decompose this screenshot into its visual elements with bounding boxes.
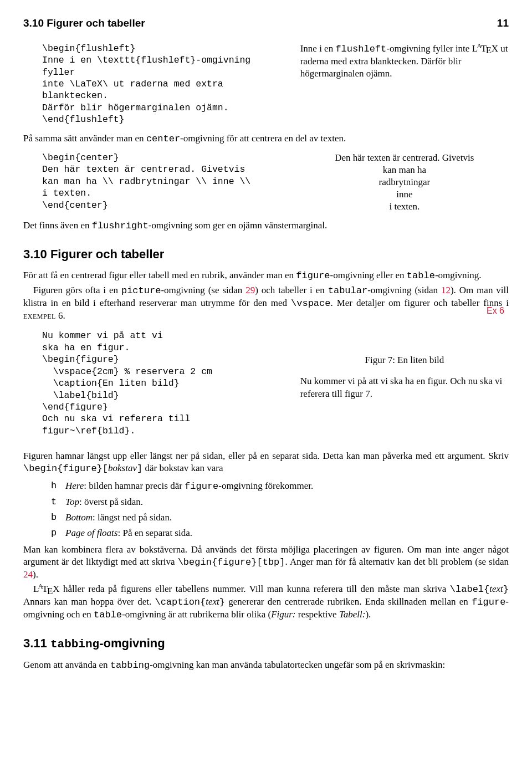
tt-text: \caption{ [155, 597, 206, 607]
italic-text: Here [65, 480, 84, 491]
italic-text: Page of floats [65, 528, 117, 538]
text: 6. [56, 310, 65, 321]
tt-text: table [94, 610, 122, 620]
code-block: Nu kommer vi på att vi ska ha en figur. … [42, 330, 288, 437]
text: där bokstav kan vara [142, 463, 223, 473]
tt-text: ] [137, 463, 142, 474]
smallcaps-text: exempel [23, 310, 56, 321]
section-heading-3-11: 3.11 tabbing-omgivning [23, 636, 509, 652]
tt-text: table [407, 270, 435, 281]
tt-text: figure [472, 597, 505, 607]
text: -omgivning förekommer. [218, 480, 313, 491]
text: -omgivning (sidan [367, 285, 441, 295]
text: -omgivning. [435, 270, 482, 280]
text: inne [300, 188, 509, 201]
list-item-b: b Bottom: längst ned på sidan. [51, 512, 509, 524]
italic-text: bokstav [108, 463, 137, 473]
italic-text: Bottom [65, 512, 93, 523]
tt-text: center [146, 134, 180, 144]
text: -omgivning [99, 636, 165, 650]
latex-logo: LATEX [472, 43, 498, 54]
tt-text: flushright [92, 221, 149, 231]
tt-text: picture [121, 285, 161, 296]
paragraph: Figuren görs ofta i en picture-omgivning… [23, 284, 509, 322]
text: Annars kan man hoppa över det. [23, 596, 155, 607]
list-value: Top: överst på sidan. [65, 496, 509, 508]
margin-note-ex6: Ex 6 [477, 305, 504, 317]
text: : bilden hamnar precis där [84, 480, 185, 491]
paragraph: För att få en centrerad figur eller tabe… [23, 269, 509, 282]
example-figure: Nu kommer vi på att vi ska ha en figur. … [42, 330, 509, 437]
page-ref-link[interactable]: 24 [23, 569, 33, 580]
text: Inne i en [300, 43, 336, 54]
text: På samma sätt använder man en [23, 133, 146, 144]
text: kan man ha [300, 164, 509, 176]
text: i texten. [300, 201, 509, 213]
tt-text: } [503, 584, 509, 595]
paragraph: Det finns även en flushright-omgivning s… [23, 219, 509, 232]
paragraph: Figuren hamnar längst upp eller längst n… [23, 450, 509, 475]
list-item-t: t Top: överst på sidan. [51, 496, 509, 508]
text: : På en separat sida. [117, 528, 192, 538]
text: håller reda på figurens eller tabellens … [59, 584, 449, 594]
text: ). [33, 569, 38, 580]
paragraph: Man kan kombinera flera av bokstäverna. … [23, 544, 509, 581]
list-item-h: h Here: bilden hamnar precis där figure-… [51, 480, 509, 493]
text: ). [365, 609, 371, 620]
text: genererar den centrerade rubriken. Enda … [225, 596, 472, 607]
list-item-p: p Page of floats: På en separat sida. [51, 527, 509, 539]
text: radbrytningar [300, 176, 509, 188]
tt-text: figure [185, 481, 218, 492]
text: -omgivning eller en [330, 270, 407, 280]
figure-caption: Figur 7: En liten bild [300, 354, 509, 366]
text: Figuren görs ofta i en [33, 285, 121, 295]
example-center: \begin{center} Den här texten är centrer… [42, 152, 509, 213]
paragraph: Genom att använda en tabbing-omgivning k… [23, 659, 509, 672]
output-block: Inne i en flushleft-omgivning fyller int… [300, 43, 509, 126]
list-value: Bottom: längst ned på sidan. [65, 512, 509, 524]
page-ref-link[interactable]: 12 [441, 285, 451, 295]
italic-text: Figur: [271, 609, 295, 620]
tt-text: tabbing [50, 638, 99, 651]
text: -omgivning för att centrera en del av te… [180, 133, 346, 144]
placement-list: h Here: bilden hamnar precis där figure-… [51, 480, 509, 539]
list-value: Here: bilden hamnar precis där figure-om… [65, 480, 509, 493]
text: ) och tabeller i en [255, 285, 328, 295]
list-key: b [51, 512, 61, 524]
section-number: 3.11 [23, 636, 50, 650]
output-block: Figur 7: En liten bild Nu kommer vi på a… [300, 330, 509, 437]
page-ref-link[interactable]: 29 [245, 285, 255, 295]
code-block: \begin{flushleft} Inne i en \texttt{flus… [42, 43, 288, 126]
text: respektive [296, 609, 339, 620]
text: -omgivning kan man använda tabulatorteck… [150, 660, 445, 670]
text: Genom att använda en [23, 660, 110, 670]
list-value: Page of floats: På en separat sida. [65, 527, 509, 539]
text: -omgivning (se sidan [161, 285, 245, 295]
text: -omgivning fyller inte [386, 43, 472, 54]
list-key: p [51, 527, 61, 539]
text: Det finns även en [23, 220, 92, 231]
italic-text: Top [65, 497, 79, 507]
text: . Anger man för få alternativ kan det bl… [285, 556, 509, 567]
tt-text: \vspace [291, 298, 330, 309]
latex-logo: LATEX [33, 584, 59, 594]
section-heading-3-10: 3.10 Figurer och tabeller [23, 247, 509, 263]
tt-text: \begin{figure}[tbp] [178, 557, 285, 568]
text: För att få en centrerad figur eller tabe… [23, 270, 296, 280]
code-block: \begin{center} Den här texten är centrer… [42, 152, 288, 213]
paragraph: På samma sätt använder man en center-omg… [23, 132, 509, 145]
tt-text: \begin{figure}[ [23, 463, 108, 474]
text: : längst ned på sidan. [93, 512, 172, 523]
text: Figuren hamnar längst upp eller längst n… [23, 451, 509, 461]
tt-text: tabular [328, 285, 367, 296]
italic-text: text [489, 584, 503, 594]
text: : överst på sidan. [79, 497, 143, 507]
tt-text: } [219, 597, 225, 607]
tt-text: figure [296, 270, 330, 281]
list-key: h [51, 480, 61, 493]
italic-text: Tabell: [339, 609, 366, 620]
page-header: 3.10 Figurer och tabeller 11 [23, 17, 509, 30]
text: Nu kommer vi på att vi ska ha en figur. … [300, 375, 509, 400]
italic-text: text [206, 596, 219, 607]
output-block: Den här texten är centrerad. Givetvis ka… [300, 152, 509, 213]
